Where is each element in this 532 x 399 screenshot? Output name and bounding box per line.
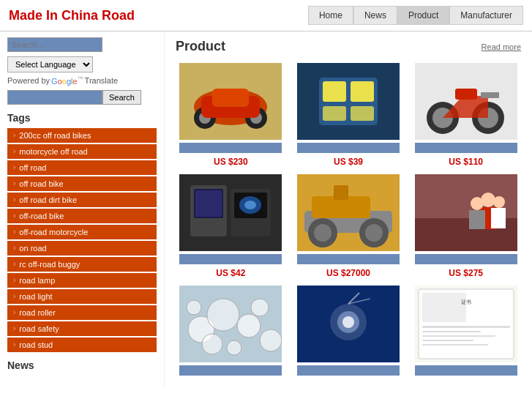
- tag-arrow-icon: ›: [13, 179, 15, 187]
- product-image: [179, 174, 282, 251]
- svg-point-29: [244, 201, 256, 209]
- product-label-bar: [179, 365, 282, 376]
- tag-item[interactable]: ›road safety: [7, 321, 157, 336]
- site-title[interactable]: Made In China Road: [9, 8, 135, 23]
- product-card[interactable]: US $27000: [293, 174, 404, 278]
- tags-heading: Tags: [7, 112, 157, 124]
- product-card[interactable]: US $42: [176, 174, 286, 278]
- translate-text: Translate: [85, 76, 118, 85]
- product-heading: Product: [176, 39, 225, 54]
- tag-arrow-icon: ›: [13, 212, 15, 220]
- svg-point-54: [227, 340, 241, 355]
- tag-label: off road: [19, 163, 46, 172]
- tag-label: off-road motorcycle: [19, 228, 88, 236]
- svg-rect-21: [481, 92, 499, 98]
- powered-by-text: Powered by: [7, 76, 50, 85]
- product-price: US $27000: [326, 268, 370, 278]
- search-input[interactable]: [7, 37, 102, 52]
- svg-rect-7: [212, 89, 249, 107]
- tag-item[interactable]: ›off-road motorcycle: [7, 225, 157, 239]
- read-more-link[interactable]: Read more: [482, 42, 521, 51]
- search-box-container: [7, 37, 157, 52]
- svg-rect-12: [323, 106, 346, 121]
- tag-arrow-icon: ›: [13, 276, 15, 284]
- tag-label: road lamp: [19, 276, 55, 285]
- tag-item[interactable]: ›off road dirt bike: [7, 193, 157, 207]
- tag-arrow-icon: ›: [13, 308, 15, 316]
- product-image: [297, 174, 400, 251]
- svg-rect-10: [323, 81, 346, 102]
- nav-manufacturer[interactable]: Manufacturer: [449, 6, 523, 25]
- tag-item[interactable]: ›off road bike: [7, 176, 157, 191]
- svg-point-51: [251, 299, 269, 316]
- svg-rect-25: [195, 190, 222, 217]
- tag-item[interactable]: ›road lamp: [7, 273, 157, 288]
- tag-item[interactable]: ›road roller: [7, 305, 157, 320]
- product-label-bar: [297, 254, 400, 264]
- svg-point-49: [237, 314, 261, 338]
- language-dropdown[interactable]: Select Language: [7, 56, 93, 72]
- tag-item[interactable]: ›road stud: [7, 338, 157, 352]
- tag-item[interactable]: ›road light: [7, 289, 157, 304]
- svg-rect-67: [422, 335, 495, 337]
- tag-label: off road dirt bike: [19, 195, 77, 204]
- main-content: Product Read more US $230US $39US $110US…: [165, 31, 532, 387]
- sidebar: Select Language Powered by Google™ Trans…: [0, 31, 165, 387]
- tag-item[interactable]: ›off-road bike: [7, 209, 157, 223]
- product-image: 证书: [415, 286, 517, 362]
- product-card[interactable]: US $275: [411, 174, 521, 278]
- product-image: [415, 174, 517, 251]
- tag-item[interactable]: ›off road: [7, 160, 157, 175]
- svg-point-58: [342, 316, 354, 328]
- product-card[interactable]: US $110: [411, 63, 521, 167]
- product-price: US $275: [449, 268, 483, 278]
- tags-section: Tags ›200cc off road bikes›motorcycle of…: [7, 112, 157, 352]
- svg-point-36: [365, 224, 383, 242]
- product-card[interactable]: [293, 286, 404, 379]
- nav-home[interactable]: Home: [308, 6, 353, 25]
- tag-label: off road bike: [19, 179, 63, 188]
- product-card[interactable]: US $230: [176, 63, 286, 167]
- tag-arrow-icon: ›: [13, 147, 15, 155]
- tag-item[interactable]: ›motorcycle off road: [7, 144, 157, 159]
- product-card[interactable]: [176, 286, 286, 379]
- product-image: [297, 63, 400, 140]
- tag-item[interactable]: ›on road: [7, 241, 157, 256]
- product-image: [179, 286, 282, 362]
- svg-point-34: [314, 224, 331, 242]
- product-image: [415, 63, 517, 140]
- search-input-2[interactable]: [7, 90, 102, 105]
- lang-select-container: Select Language: [7, 56, 157, 72]
- tag-label: road stud: [19, 340, 53, 349]
- product-label-bar: [297, 143, 400, 153]
- product-price: US $42: [216, 268, 245, 278]
- tag-label: road safety: [19, 324, 59, 333]
- tag-label: 200cc off road bikes: [19, 131, 91, 140]
- svg-rect-66: [422, 331, 481, 332]
- product-label-bar: [179, 254, 282, 264]
- tag-item[interactable]: ›200cc off road bikes: [7, 128, 157, 143]
- google-brand: Google™: [51, 75, 83, 86]
- tag-label: motorcycle off road: [19, 147, 87, 156]
- product-price: US $230: [214, 157, 248, 167]
- tag-arrow-icon: ›: [13, 163, 15, 171]
- product-card[interactable]: 证书: [411, 286, 521, 379]
- news-section: News: [7, 359, 157, 371]
- search-button[interactable]: Search: [102, 90, 141, 105]
- svg-rect-63: [422, 293, 466, 322]
- main-nav: Home News Product Manufacturer: [308, 6, 523, 25]
- product-card[interactable]: US $39: [293, 63, 404, 167]
- svg-rect-20: [455, 89, 477, 100]
- svg-point-42: [493, 196, 505, 208]
- svg-point-44: [471, 197, 484, 210]
- tag-label: on road: [19, 244, 46, 253]
- tag-arrow-icon: ›: [13, 228, 15, 236]
- header: Made In China Road Home News Product Man…: [0, 0, 532, 31]
- nav-product[interactable]: Product: [397, 6, 449, 25]
- powered-by: Powered by Google™ Translate: [7, 75, 157, 86]
- svg-point-50: [202, 334, 222, 354]
- nav-news[interactable]: News: [353, 6, 397, 25]
- tag-item[interactable]: ›rc off-road buggy: [7, 257, 157, 272]
- product-label-bar: [415, 365, 517, 376]
- news-heading: News: [7, 359, 157, 371]
